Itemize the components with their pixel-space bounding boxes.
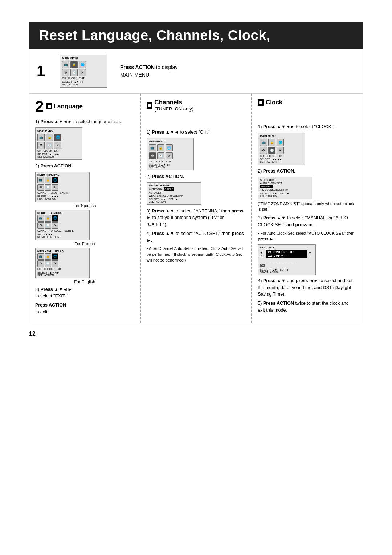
s-tv-icon: 📺 — [37, 134, 45, 141]
clk-exit-icon: ✕ — [277, 147, 284, 154]
page-number: 12 — [29, 331, 363, 337]
setup-channel-screen: SET UP CHANNEL ANTENNA : CABLE AUTO SET … — [147, 182, 201, 205]
clk-auto-note: • For Auto Clock Set, select "AUTO CLOCK… — [258, 231, 357, 242]
fr-langue: 🌐 — [52, 215, 58, 222]
lang-step1-screen-container: MAIN MENU 📺 🔒 🌐 ⚙ 🕐 ✕ CHCLOCKEXIT SELECT… — [35, 127, 134, 160]
lang-step1-label: 1) Press ▲▼◄► to select language icon. — [35, 118, 134, 125]
for-french-caption: For French — [35, 242, 134, 246]
s-exit-icon: ✕ — [54, 142, 61, 149]
fr-blocage: 🔒 — [45, 215, 51, 222]
clk-timezone-note: ("TIME ZONE ADJUST" appears only when au… — [258, 201, 357, 213]
step1-instructions: Press ACTION to display MAIN MENU. — [116, 64, 355, 79]
lang-step3-press: Press ACTION to exit. — [35, 302, 134, 316]
clk-step2: 2) Press ACTION. — [258, 168, 357, 175]
clk-clock-icon: 🕐 — [268, 147, 275, 154]
french-screen-container: MENU BONJOUR 📺 🔒 🌐 ⚙ 🕐 ✕ — [35, 210, 134, 246]
ch-gear-icon: ⚙ — [149, 152, 156, 159]
channels-block: ■ — [147, 102, 152, 109]
ch-lock-icon: 🔒 — [157, 144, 164, 151]
ch-step2: 2) Press ACTION. — [147, 173, 246, 180]
english-screen-container: MAIN MENU HELLO 📺 🔒 🌐 ⚙ 🕐 ✕ — [35, 248, 134, 284]
sp-clock2: 🕐 — [45, 184, 51, 191]
lang-step3: 3) Press ▲▼◄► to select "EXIT." — [35, 286, 134, 300]
clk-gear-icon: ⚙ — [260, 147, 267, 154]
lock-icon: 🔒 — [70, 61, 78, 68]
clock-icon: 🕐 — [70, 69, 78, 76]
ch-lang-icon: 🌐 — [166, 144, 173, 151]
fr-sortie: ✕ — [52, 222, 58, 229]
screen-labels: CHCLOCKEXIT — [62, 77, 105, 80]
for-english-caption: For English — [35, 280, 134, 284]
french-screen: MENU BONJOUR 📺 🔒 🌐 ⚙ 🕐 ✕ — [35, 210, 90, 240]
channels-column: ■ Channels (TUNER: ON only) 1) Press ▲▼◄… — [141, 94, 252, 323]
ch-tv-icon: 📺 — [149, 144, 156, 151]
en-lang: 🌐 — [52, 253, 58, 260]
ch-screen-container: MAIN MENU 📺 🔒 🌐 ⚙ 🕐 ✕ CHCLOCKEXIT SELECT… — [147, 138, 246, 170]
step2-section: 2 ■ Language 1) Press ▲▼◄► to select lan… — [29, 94, 363, 323]
ch-step4: 4) Press ▲▼ to select "AUTO SET," then p… — [147, 230, 246, 244]
for-spanish-caption: For Spanish — [35, 203, 134, 208]
exit-icon: ✕ — [79, 69, 86, 76]
clock-date-screen-container: SET CLOCK ▼ ▲ 2/ 6/2003 THU 12:00PM ▼ ▲ … — [258, 244, 357, 275]
clk-screen1-container: MAIN MENU 📺 🔒 🌐 ⚙ 🕐 ✕ CHCLOCKEXIT SELECT… — [258, 133, 357, 165]
ch-main-screen: MAIN MENU 📺 🔒 🌐 ⚙ 🕐 ✕ CHCLOCKEXIT SELECT… — [147, 138, 194, 170]
en-tv: 📺 — [37, 253, 44, 260]
screen-title: MAIN MENU — [62, 57, 105, 60]
language-column: 2 ■ Language 1) Press ▲▼◄► to select lan… — [29, 94, 141, 323]
clock-date-screen: SET CLOCK ▼ ▲ 2/ 6/2003 THU 12:00PM ▼ ▲ … — [258, 244, 316, 275]
ch-exit-icon: ✕ — [166, 152, 173, 159]
clk-lock-icon: 🔒 — [268, 139, 275, 146]
step1-row: 1 MAIN MENU 📺 🔒 🌐 ⚙ 🕐 ✕ CHCLOCKEXIT SELE… — [29, 49, 363, 94]
s-lock-icon: 🔒 — [46, 134, 53, 141]
sp-bloqueo: 🔒 — [45, 177, 51, 183]
step2-number-lang: 2 — [35, 99, 44, 114]
clock-header-row: ■ Clock — [258, 99, 357, 106]
clk-main-screen: MAIN MENU 📺 🔒 🌐 ⚙ 🕐 ✕ CHCLOCKEXIT SELECT… — [258, 133, 305, 165]
ch-step1: 1) Press ▲▼◄ to select "CH." — [147, 129, 246, 136]
channels-header-row: ■ Channels (TUNER: ON only) — [147, 99, 246, 112]
language-icon: 🌐 — [79, 61, 86, 68]
s-gear-icon: ⚙ — [37, 142, 45, 149]
clock-top-spacer — [258, 108, 357, 123]
spanish-screen: MENU PRINCIPAL 📺 🔒 🌐 ⚙ 🕐 ✕ — [35, 172, 90, 202]
s-clock-icon: 🕐 — [46, 142, 53, 149]
setup-channel-screen-container: SET UP CHANNEL ANTENNA : CABLE AUTO SET … — [147, 182, 246, 205]
set-clock-screen-container: SET CLOCK AUTO CLOCK SET MANUAL TIME ZON… — [258, 177, 357, 199]
language-header-row: 2 ■ Language — [35, 99, 134, 114]
time-display-row: ▼ ▲ 2/ 6/2003 THU 12:00PM ▼ ▲ — [260, 250, 314, 259]
sp-idioma: 🌐 — [52, 177, 58, 183]
sp-tv: 📺 — [37, 177, 44, 183]
step1-screen: MAIN MENU 📺 🔒 🌐 ⚙ 🕐 ✕ CHCLOCKEXIT SELECT… — [60, 55, 107, 88]
screen-set: SET : ACTION — [62, 83, 105, 86]
tv-icon: 📺 — [62, 61, 69, 68]
language-header: ■ Language — [46, 103, 83, 110]
en-gear: ⚙ — [37, 260, 44, 267]
s-lang-icon: 🌐 — [54, 134, 61, 141]
lang-step1-screen: MAIN MENU 📺 🔒 🌐 ⚙ 🕐 ✕ CHCLOCKEXIT SELECT… — [35, 127, 82, 160]
clk-step4: 4) Press ▲▼ and press ◄► to select and s… — [258, 278, 357, 298]
sp-gear: ⚙ — [37, 184, 44, 191]
step1-instruction-line1: Press ACTION to display — [120, 64, 355, 71]
fr-tv: 📺 — [37, 215, 44, 222]
fr-horloge: 🕐 — [45, 222, 51, 229]
gear-icon: ⚙ — [62, 69, 69, 76]
fr-gear: ⚙ — [37, 222, 44, 229]
en-lock: 🔒 — [45, 253, 51, 260]
sp-exit2: ✕ — [52, 184, 58, 191]
en-clock3: 🕐 — [45, 260, 51, 267]
step1-instruction-line2: MAIN MENU. — [120, 71, 355, 79]
clk-step3: 3) Press ▲▼ to select "MANUAL" or "AUTO … — [258, 215, 357, 228]
time-display: 2/ 6/2003 THU 12:00PM — [266, 250, 307, 258]
clk-step5: 5) Press ACTION twice to start the clock… — [258, 300, 357, 314]
ch-note: • After Channel Auto Set is finished, Cl… — [147, 246, 246, 263]
clk-lang-icon: 🌐 — [277, 139, 284, 146]
ch-step3: 3) Press ▲▼ to select "ANTENNA," then pr… — [147, 208, 246, 228]
clk-step1: 1) Press ▲▼◄► to select "CLOCK." — [258, 123, 357, 130]
screen-bottom: SELECT : ▲▼◄► — [62, 81, 105, 83]
channels-header-text: Channels (TUNER: ON only) — [154, 99, 193, 112]
page-title: Reset Language, Channels, Clock, — [29, 22, 363, 49]
english-screen: MAIN MENU HELLO 📺 🔒 🌐 ⚙ 🕐 ✕ — [35, 248, 90, 278]
lang-step2-label: 2) Press ACTION — [35, 163, 134, 170]
en-exit3: ✕ — [52, 260, 58, 267]
ch-clock-icon: 🕐 — [157, 152, 164, 159]
